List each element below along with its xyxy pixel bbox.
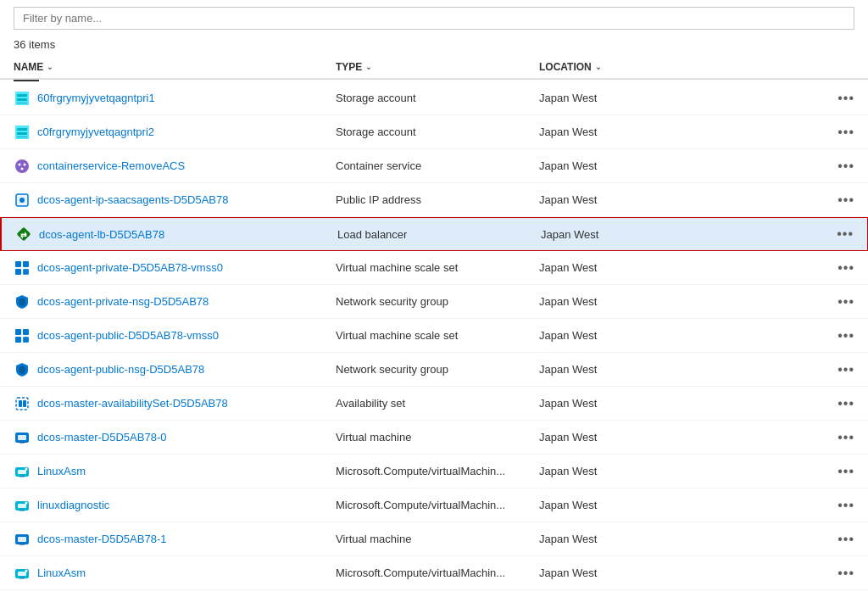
resource-location: Japan West [539,126,821,138]
svg-rect-20 [15,329,21,335]
resource-location: Japan West [539,329,821,342]
resource-location: Japan West [541,228,820,241]
resource-location: Japan West [539,159,821,172]
row-more-options[interactable]: ••• [821,430,854,445]
svg-rect-42 [18,572,26,576]
row-more-options[interactable]: ••• [821,91,854,106]
vm-icon [14,429,31,446]
sort-location-icon: ⌄ [595,63,602,71]
row-more-options[interactable]: ••• [821,159,854,174]
row-more-options[interactable]: ••• [821,362,854,377]
table-row[interactable]: dcos-agent-public-nsg-D5D5AB78 Network s… [0,353,868,387]
row-more-options[interactable]: ••• [821,498,854,513]
table-row[interactable]: dcos-agent-public-D5D5AB78-vmss0 Virtual… [0,319,868,353]
vm-icon [14,531,31,548]
resource-name[interactable]: dcos-master-D5D5AB78-1 [14,531,336,548]
compute-icon [14,565,31,582]
resource-location: Japan West [539,295,821,308]
table-row[interactable]: dcos-agent-private-D5D5AB78-vmss0 Virtua… [0,251,868,285]
resource-type: Availability set [336,397,539,410]
svg-rect-43 [19,578,25,579]
storage-icon [14,124,31,141]
sort-type-icon: ⌄ [365,63,372,71]
row-more-options[interactable]: ••• [821,532,854,547]
table-row[interactable]: dcos-master-availabilitySet-D5D5AB78 Ava… [0,387,868,421]
filter-input[interactable] [14,7,854,30]
svg-point-10 [24,163,26,165]
resource-name[interactable]: LinuxAsm [14,565,336,582]
resource-name[interactable]: dcos-master-D5D5AB78-0 [14,429,336,446]
svg-rect-5 [17,128,27,131]
row-more-options[interactable]: ••• [821,125,854,140]
row-more-options[interactable]: ••• [821,294,854,310]
column-header-name[interactable]: NAME ⌄ [14,61,336,73]
resource-name[interactable]: dcos-master-availabilitySet-D5D5AB78 [14,395,336,412]
table-row[interactable]: dcos-agent-ip-saacsagents-D5D5AB78 Publi… [0,183,868,217]
row-more-options[interactable]: ••• [821,328,854,343]
resource-name[interactable]: dcos-agent-private-D5D5AB78-vmss0 [14,260,336,276]
storage-icon [14,90,31,107]
resource-name[interactable]: containerservice-RemoveACS [14,158,336,175]
table-header: NAME ⌄ TYPE ⌄ LOCATION ⌄ [0,56,868,80]
compute-icon [14,497,31,514]
resource-type: Network security group [336,363,539,376]
svg-rect-36 [19,510,25,511]
table-row[interactable]: dcos-master-D5D5AB78-0 Virtual machine J… [0,421,868,455]
svg-rect-6 [17,132,27,135]
svg-rect-32 [19,476,25,477]
resource-type: Network security group [336,295,539,308]
table-row[interactable]: c0frgrymyjyvetqagntpri2 Storage account … [0,115,868,149]
table-body: 60frgrymyjyvetqagntpri1 Storage account … [0,81,868,614]
row-more-options[interactable]: ••• [821,260,854,276]
row-more-options[interactable]: ••• [821,193,854,208]
avset-icon [14,395,31,412]
row-more-options[interactable]: ••• [821,396,854,411]
nsg-icon [14,293,31,310]
svg-text:⇄: ⇄ [20,231,27,239]
resource-type: Virtual machine scale set [336,261,539,274]
row-more-options[interactable]: ••• [821,566,854,581]
row-more-options[interactable]: ••• [821,464,854,479]
svg-rect-40 [19,544,25,545]
resource-type: Public IP address [336,193,539,206]
resource-name[interactable]: linuxdiagnostic [14,497,336,514]
resource-name[interactable]: ⇄ dcos-agent-lb-D5D5AB78 [15,226,337,243]
svg-point-13 [19,198,25,203]
table-row[interactable]: LinuxAsm Microsoft.Compute/virtualMachin… [0,556,868,590]
svg-rect-21 [23,329,29,335]
resource-location: Japan West [539,363,821,376]
vmss-icon [14,260,31,276]
table-row[interactable]: containerservice-RemoveACS Container ser… [0,149,868,183]
resource-location: Japan West [539,193,821,206]
resource-name[interactable]: dcos-agent-private-nsg-D5D5AB78 [14,293,336,310]
resource-name[interactable]: dcos-agent-ip-saacsagents-D5D5AB78 [14,192,336,209]
column-header-location[interactable]: LOCATION ⌄ [539,61,821,73]
table-row[interactable]: linuxdiagnostic Microsoft.Compute/virtua… [0,488,868,522]
resource-type: Microsoft.Compute/virtualMachin... [336,567,539,579]
svg-point-33 [25,467,28,470]
svg-point-9 [19,163,21,165]
resource-type: Microsoft.Compute/virtualMachin... [336,499,539,511]
resource-type: Virtual machine [336,533,539,545]
filter-bar [0,7,868,35]
svg-rect-7 [17,137,27,137]
resource-name[interactable]: c0frgrymyjyvetqagntpri2 [14,124,336,141]
resource-name[interactable]: dcos-agent-public-D5D5AB78-vmss0 [14,327,336,344]
row-more-options[interactable]: ••• [820,226,854,242]
sort-name-icon: ⌄ [47,63,53,71]
resource-name[interactable]: 60frgrymyjyvetqagntpri1 [14,90,336,107]
resources-list: 36 items NAME ⌄ TYPE ⌄ LOCATION ⌄ [0,0,868,614]
table-row[interactable]: 60frgrymyjyvetqagntpri1 Storage account … [0,81,868,115]
resource-name[interactable]: LinuxAsm [14,463,336,480]
table-row[interactable]: dcos-agent-private-nsg-D5D5AB78 Network … [0,285,868,319]
column-header-type[interactable]: TYPE ⌄ [336,61,539,73]
resource-name[interactable]: dcos-agent-public-nsg-D5D5AB78 [14,361,336,378]
resource-location: Japan West [539,567,821,579]
vmss-icon [14,327,31,344]
resource-location: Japan West [539,465,821,477]
table-row[interactable]: dcos-master-D5D5AB78-1 Virtual machine J… [0,522,868,556]
resource-type: Storage account [336,126,539,138]
svg-point-11 [21,167,24,170]
table-row[interactable]: LinuxAsm Microsoft.Compute/virtualMachin… [0,455,868,488]
table-row[interactable]: ⇄ dcos-agent-lb-D5D5AB78 Load balancer J… [0,217,868,251]
